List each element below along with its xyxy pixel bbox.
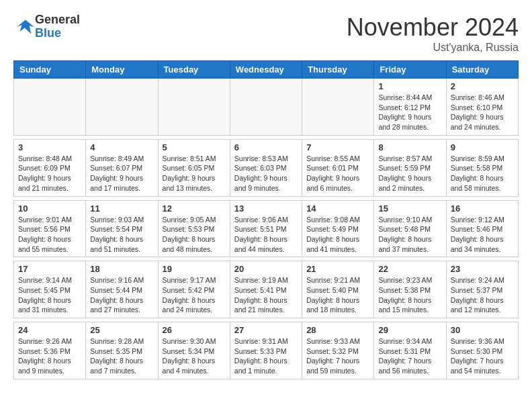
day-number: 26 xyxy=(163,325,226,335)
day-number: 12 xyxy=(163,203,226,214)
day-number: 14 xyxy=(306,203,369,214)
day-number: 20 xyxy=(234,264,298,274)
day-info: Sunrise: 9:14 AMSunset: 5:45 PMDaylight:… xyxy=(18,275,81,315)
logo: General Blue xyxy=(13,13,80,40)
day-info: Sunrise: 9:28 AMSunset: 5:35 PMDaylight:… xyxy=(90,336,153,376)
month-title: November 2024 xyxy=(347,13,519,42)
logo-blue: Blue xyxy=(35,27,80,40)
day-info: Sunrise: 9:16 AMSunset: 5:44 PMDaylight:… xyxy=(90,275,153,315)
title-area: November 2024 Ust'yanka, Russia xyxy=(347,13,519,54)
day-number: 8 xyxy=(378,142,441,152)
day-info: Sunrise: 9:17 AMSunset: 5:42 PMDaylight:… xyxy=(163,275,226,315)
calendar-cell: 30Sunrise: 9:36 AMSunset: 5:30 PMDayligh… xyxy=(446,322,518,379)
day-info: Sunrise: 8:57 AMSunset: 5:59 PMDaylight:… xyxy=(378,154,441,193)
day-number: 3 xyxy=(18,142,81,152)
calendar-cell: 18Sunrise: 9:16 AMSunset: 5:44 PMDayligh… xyxy=(86,261,158,318)
day-number: 19 xyxy=(163,264,226,274)
svg-marker-0 xyxy=(17,19,34,34)
calendar-cell: 26Sunrise: 9:30 AMSunset: 5:34 PMDayligh… xyxy=(158,322,230,379)
day-number: 15 xyxy=(378,203,441,214)
day-number: 21 xyxy=(306,264,369,274)
day-info: Sunrise: 9:24 AMSunset: 5:37 PMDaylight:… xyxy=(451,275,514,315)
calendar-cell: 13Sunrise: 9:06 AMSunset: 5:51 PMDayligh… xyxy=(230,200,302,257)
calendar-cell: 21Sunrise: 9:21 AMSunset: 5:40 PMDayligh… xyxy=(302,261,374,318)
day-number: 25 xyxy=(90,325,153,335)
calendar-cell: 6Sunrise: 8:53 AMSunset: 6:03 PMDaylight… xyxy=(230,139,302,196)
calendar-cell: 10Sunrise: 9:01 AMSunset: 5:56 PMDayligh… xyxy=(14,200,86,257)
calendar-header-saturday: Saturday xyxy=(446,61,518,79)
day-number: 27 xyxy=(234,325,298,335)
calendar-cell xyxy=(86,79,158,136)
day-info: Sunrise: 9:33 AMSunset: 5:32 PMDaylight:… xyxy=(306,336,369,376)
calendar-week-row: 1Sunrise: 8:44 AMSunset: 6:12 PMDaylight… xyxy=(14,79,519,136)
calendar-cell: 7Sunrise: 8:55 AMSunset: 6:01 PMDaylight… xyxy=(302,139,374,196)
day-info: Sunrise: 8:55 AMSunset: 6:01 PMDaylight:… xyxy=(306,154,369,193)
day-number: 4 xyxy=(90,142,153,152)
calendar-cell: 11Sunrise: 9:03 AMSunset: 5:54 PMDayligh… xyxy=(86,200,158,257)
day-info: Sunrise: 9:12 AMSunset: 5:46 PMDaylight:… xyxy=(451,215,514,255)
calendar-cell: 3Sunrise: 8:48 AMSunset: 6:09 PMDaylight… xyxy=(14,139,86,196)
location-title: Ust'yanka, Russia xyxy=(347,42,519,54)
calendar-cell: 20Sunrise: 9:19 AMSunset: 5:41 PMDayligh… xyxy=(230,261,302,318)
calendar-table: SundayMondayTuesdayWednesdayThursdayFrid… xyxy=(13,60,519,379)
day-number: 28 xyxy=(306,325,369,335)
calendar-cell: 25Sunrise: 9:28 AMSunset: 5:35 PMDayligh… xyxy=(86,322,158,379)
day-number: 17 xyxy=(18,264,81,274)
calendar-cell xyxy=(302,79,374,136)
day-number: 22 xyxy=(378,264,441,274)
day-info: Sunrise: 9:26 AMSunset: 5:36 PMDaylight:… xyxy=(18,336,81,376)
calendar-header-tuesday: Tuesday xyxy=(158,61,230,79)
calendar-week-row: 10Sunrise: 9:01 AMSunset: 5:56 PMDayligh… xyxy=(14,200,519,257)
day-info: Sunrise: 8:59 AMSunset: 5:58 PMDaylight:… xyxy=(451,154,514,193)
logo-text: General Blue xyxy=(35,13,80,40)
page-header: General Blue November 2024 Ust'yanka, Ru… xyxy=(13,13,519,54)
day-info: Sunrise: 9:30 AMSunset: 5:34 PMDaylight:… xyxy=(163,336,226,376)
day-info: Sunrise: 9:36 AMSunset: 5:30 PMDaylight:… xyxy=(451,336,514,376)
day-number: 1 xyxy=(378,81,441,91)
calendar-cell: 17Sunrise: 9:14 AMSunset: 5:45 PMDayligh… xyxy=(14,261,86,318)
day-info: Sunrise: 9:05 AMSunset: 5:53 PMDaylight:… xyxy=(163,215,226,255)
day-number: 11 xyxy=(90,203,153,214)
day-info: Sunrise: 9:31 AMSunset: 5:33 PMDaylight:… xyxy=(234,336,298,376)
day-info: Sunrise: 9:03 AMSunset: 5:54 PMDaylight:… xyxy=(90,215,153,255)
day-number: 10 xyxy=(18,203,81,214)
day-number: 23 xyxy=(451,264,514,274)
day-info: Sunrise: 9:08 AMSunset: 5:49 PMDaylight:… xyxy=(306,215,369,255)
calendar-header-row: SundayMondayTuesdayWednesdayThursdayFrid… xyxy=(14,61,519,79)
day-number: 30 xyxy=(451,325,514,335)
calendar-header-wednesday: Wednesday xyxy=(230,61,302,79)
calendar-cell xyxy=(158,79,230,136)
day-info: Sunrise: 8:48 AMSunset: 6:09 PMDaylight:… xyxy=(18,154,81,193)
calendar-cell: 28Sunrise: 9:33 AMSunset: 5:32 PMDayligh… xyxy=(302,322,374,379)
calendar-cell: 22Sunrise: 9:23 AMSunset: 5:38 PMDayligh… xyxy=(374,261,446,318)
day-info: Sunrise: 8:53 AMSunset: 6:03 PMDaylight:… xyxy=(234,154,298,193)
calendar-header-friday: Friday xyxy=(374,61,446,79)
calendar-week-row: 3Sunrise: 8:48 AMSunset: 6:09 PMDaylight… xyxy=(14,139,519,196)
logo-icon xyxy=(16,17,35,36)
logo-general: General xyxy=(35,13,80,27)
day-number: 7 xyxy=(306,142,369,152)
day-info: Sunrise: 9:21 AMSunset: 5:40 PMDaylight:… xyxy=(306,275,369,315)
day-info: Sunrise: 9:06 AMSunset: 5:51 PMDaylight:… xyxy=(234,215,298,255)
calendar-week-row: 17Sunrise: 9:14 AMSunset: 5:45 PMDayligh… xyxy=(14,261,519,318)
day-number: 13 xyxy=(234,203,298,214)
calendar-cell: 29Sunrise: 9:34 AMSunset: 5:31 PMDayligh… xyxy=(374,322,446,379)
calendar-cell: 5Sunrise: 8:51 AMSunset: 6:05 PMDaylight… xyxy=(158,139,230,196)
day-info: Sunrise: 9:19 AMSunset: 5:41 PMDaylight:… xyxy=(234,275,298,315)
day-info: Sunrise: 9:10 AMSunset: 5:48 PMDaylight:… xyxy=(378,215,441,255)
calendar-cell: 16Sunrise: 9:12 AMSunset: 5:46 PMDayligh… xyxy=(446,200,518,257)
calendar-header-monday: Monday xyxy=(86,61,158,79)
day-number: 29 xyxy=(378,325,441,335)
calendar-header-sunday: Sunday xyxy=(14,61,86,79)
day-info: Sunrise: 9:34 AMSunset: 5:31 PMDaylight:… xyxy=(378,336,441,376)
calendar-cell: 23Sunrise: 9:24 AMSunset: 5:37 PMDayligh… xyxy=(446,261,518,318)
day-info: Sunrise: 8:46 AMSunset: 6:10 PMDaylight:… xyxy=(451,93,514,132)
calendar-cell: 24Sunrise: 9:26 AMSunset: 5:36 PMDayligh… xyxy=(14,322,86,379)
day-info: Sunrise: 8:44 AMSunset: 6:12 PMDaylight:… xyxy=(378,93,441,132)
calendar-cell xyxy=(230,79,302,136)
day-number: 6 xyxy=(234,142,298,152)
calendar-week-row: 24Sunrise: 9:26 AMSunset: 5:36 PMDayligh… xyxy=(14,322,519,379)
calendar-cell: 15Sunrise: 9:10 AMSunset: 5:48 PMDayligh… xyxy=(374,200,446,257)
day-info: Sunrise: 9:23 AMSunset: 5:38 PMDaylight:… xyxy=(378,275,441,315)
calendar-cell: 19Sunrise: 9:17 AMSunset: 5:42 PMDayligh… xyxy=(158,261,230,318)
